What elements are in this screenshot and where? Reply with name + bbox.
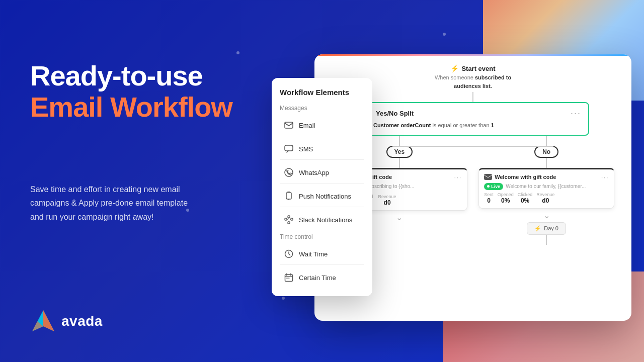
email-icon	[284, 120, 294, 130]
day-lightning-icon: ⚡	[534, 225, 541, 232]
svg-rect-22	[286, 278, 288, 279]
sent-val: 0	[484, 197, 494, 204]
opened-val-r: 0%	[498, 197, 514, 204]
stat-opened-r: Opened 0%	[498, 192, 514, 204]
branch-h-line	[392, 146, 553, 147]
svg-rect-6	[286, 193, 291, 199]
description-text: Save time and effort in creating new ema…	[30, 183, 242, 224]
connector-v1	[472, 92, 473, 102]
svg-rect-3	[285, 122, 293, 128]
revenue-label-r: Revenue	[536, 192, 554, 197]
split-node: 👤 Yes/No Split ··· ⚡ Customer orderCount…	[357, 102, 589, 136]
right-email-card: Welcome with gift code ··· Live Welcome …	[478, 168, 614, 209]
svg-rect-11	[291, 218, 293, 220]
right-card-title: Welcome with gift code	[495, 174, 556, 180]
stat-sent: Sent 0	[484, 192, 494, 204]
svg-rect-25	[485, 174, 492, 180]
expand-arrow-left[interactable]: ⌄	[396, 213, 403, 222]
no-label: No	[534, 146, 558, 158]
stat-revenue-val: d0	[378, 199, 396, 206]
no-v2	[546, 158, 547, 168]
opened-label-r: Opened	[498, 192, 514, 197]
stat-revenue: Revenue d0	[378, 194, 396, 206]
clicked-label-r: Clicked	[518, 192, 533, 197]
workflow-item-wait[interactable]: Wait Time	[280, 245, 364, 262]
slack-icon	[284, 215, 294, 225]
split-header: 👤 Yes/No Split ···	[365, 108, 581, 119]
left-card-dots[interactable]: ···	[454, 173, 461, 181]
time-control-label: Time control	[280, 233, 364, 240]
divider	[280, 207, 364, 207]
svg-rect-12	[288, 222, 290, 224]
logo-area: avada	[30, 308, 103, 334]
whatsapp-icon	[284, 167, 294, 177]
email-icon-right	[484, 174, 492, 180]
dot-decoration	[236, 51, 239, 54]
workflow-panel-title: Workflow Elements	[280, 88, 364, 97]
svg-marker-1	[43, 310, 54, 331]
logo-text: avada	[61, 313, 103, 329]
workflow-item-slack[interactable]: Slack Notifications	[280, 211, 364, 228]
no-branch: No Welcome with gift code ···	[478, 136, 614, 245]
clicked-val-r: 0%	[518, 197, 533, 204]
svg-point-5	[285, 168, 293, 176]
live-badge: Live	[484, 183, 503, 190]
whatsapp-label: WhatsApp	[299, 169, 329, 176]
dot-decoration	[443, 33, 446, 36]
workflow-item-whatsapp[interactable]: WhatsApp	[280, 164, 364, 181]
push-label: Push Notifications	[299, 193, 351, 200]
certain-time-label: Certain Time	[299, 274, 336, 282]
day-node: ⚡ Day 0	[527, 222, 566, 235]
email-label: Email	[299, 122, 315, 129]
workflow-item-certain[interactable]: Certain Time	[280, 269, 364, 286]
live-badge-row: Live Welcome to our family, {{customer..…	[484, 183, 609, 190]
svg-rect-9	[285, 218, 287, 220]
avada-logo-icon	[30, 308, 56, 334]
headline-line1: Ready-to-use	[30, 60, 262, 92]
divider	[280, 159, 364, 160]
right-card-title-row: Welcome with gift code	[484, 174, 556, 180]
svg-rect-23	[288, 278, 290, 279]
workflow-item-push[interactable]: Push Notifications	[280, 188, 364, 205]
right-card-header: Welcome with gift code ···	[484, 173, 609, 181]
yes-v2	[399, 158, 400, 168]
headline-line2: Email Workflow	[30, 92, 262, 123]
calendar-icon	[284, 273, 294, 283]
start-event-title: ⚡ Start event	[327, 64, 619, 72]
wait-time-label: Wait Time	[299, 250, 328, 258]
sms-label: SMS	[299, 145, 313, 153]
sms-icon	[284, 144, 294, 154]
right-card-sub: Welcome to our family, {{customer...	[506, 184, 586, 189]
split-condition: ⚡ Customer orderCount is equal or greate…	[365, 121, 581, 130]
sent-label: Sent	[484, 192, 494, 197]
workflow-item-sms[interactable]: SMS	[280, 140, 364, 157]
split-menu-dots[interactable]: ···	[571, 108, 581, 119]
slack-label: Slack Notifications	[299, 216, 352, 224]
day-v-line	[546, 235, 547, 245]
lightning-icon: ⚡	[450, 64, 459, 72]
revenue-val-r: d0	[536, 197, 554, 204]
workflow-panel: Workflow Elements Messages Email SMS	[272, 78, 372, 296]
svg-rect-4	[285, 145, 293, 151]
day-node-label: Day 0	[544, 225, 558, 231]
no-v-connector	[546, 136, 547, 146]
right-card-stats: Sent 0 Opened 0% Clicked 0%	[484, 192, 609, 204]
workflow-item-email[interactable]: Email	[280, 117, 364, 134]
clock-icon	[284, 249, 294, 259]
yes-v-connector	[399, 136, 400, 146]
stat-revenue-r: Revenue d0	[536, 192, 554, 204]
svg-rect-10	[288, 216, 290, 218]
yes-label: Yes	[386, 146, 413, 158]
left-content: Ready-to-use Email Workflow Save time an…	[30, 60, 262, 224]
divider	[280, 183, 364, 184]
right-card-dots[interactable]: ···	[601, 173, 609, 181]
expand-arrow-right[interactable]: ⌄	[543, 211, 550, 220]
divider	[280, 264, 364, 265]
push-icon	[284, 191, 294, 201]
divider	[280, 136, 364, 136]
dot-decoration	[282, 297, 285, 300]
messages-section-label: Messages	[280, 105, 364, 112]
stat-clicked-r: Clicked 0%	[518, 192, 533, 204]
stat-revenue-label: Revenue	[378, 194, 396, 199]
svg-point-7	[288, 199, 289, 200]
